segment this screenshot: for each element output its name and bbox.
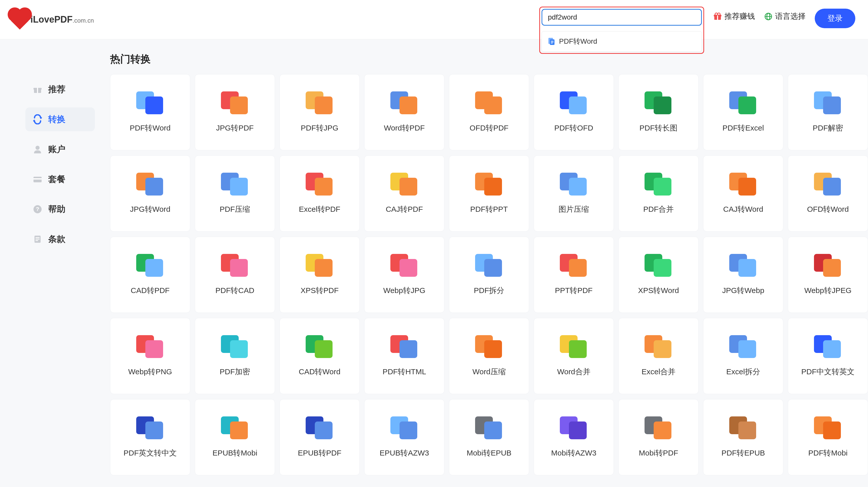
tool-card[interactable]: PDF拆分 (449, 237, 529, 313)
tool-card[interactable]: XPS转Word (618, 237, 699, 313)
tool-card[interactable]: Mobi转AZW3 (534, 399, 614, 475)
tool-card[interactable]: OFD转Word (788, 155, 868, 232)
tool-card[interactable]: PDF加密 (195, 318, 275, 394)
tool-card[interactable]: Mobi转PDF (618, 399, 699, 475)
tool-card[interactable]: Excel拆分 (703, 318, 783, 394)
tool-card[interactable]: Webp转JPEG (788, 237, 868, 313)
tool-card[interactable]: Excel合并 (618, 318, 699, 394)
tool-card[interactable]: Word合并 (534, 318, 614, 394)
tool-card[interactable]: CAD转Word (280, 318, 360, 394)
svg-text:?: ? (36, 206, 39, 212)
tool-label: PDF转EPUB (721, 448, 765, 458)
tool-card[interactable]: EPUB转AZW3 (364, 399, 444, 475)
tool-label: PDF转JPG (301, 123, 338, 133)
tool-icon (560, 173, 588, 195)
tool-card[interactable]: CAJ转Word (703, 155, 783, 232)
sidebar-item-convert[interactable]: 转换 (25, 107, 95, 131)
logo[interactable]: iLovePDF.com.cn (13, 12, 94, 27)
tool-card[interactable]: Word压缩 (449, 318, 529, 394)
svg-rect-15 (37, 88, 38, 93)
tool-card[interactable]: PPT转PDF (534, 237, 614, 313)
tool-card[interactable]: Webp转JPG (364, 237, 444, 313)
tool-card[interactable]: Word转PDF (364, 74, 444, 150)
tool-card[interactable]: CAJ转PDF (364, 155, 444, 232)
tool-card[interactable]: XPS转PDF (280, 237, 360, 313)
tool-card[interactable]: PDF合并 (618, 155, 699, 232)
tool-icon (729, 254, 757, 276)
tool-card[interactable]: PDF压缩 (195, 155, 275, 232)
tool-icon (391, 417, 418, 438)
person-icon (32, 144, 42, 154)
tool-label: JPG转Word (130, 204, 170, 214)
tool-card[interactable]: PDF转长图 (618, 74, 699, 150)
tool-icon (391, 173, 418, 195)
tool-label: Webp转JPEG (804, 285, 851, 296)
tool-card[interactable]: PDF转OFD (534, 74, 614, 150)
tool-icon (306, 91, 334, 113)
svg-marker-17 (33, 119, 34, 122)
section-title: 热门转换 (110, 52, 868, 66)
tool-card[interactable]: EPUB转PDF (280, 399, 360, 475)
logo-suffix: .com.cn (72, 17, 94, 24)
svg-rect-26 (35, 240, 38, 241)
tool-icon (475, 335, 503, 357)
svg-rect-24 (35, 237, 39, 238)
tool-card[interactable]: PDF英文转中文 (110, 399, 190, 475)
tool-label: CAD转Word (299, 367, 340, 377)
tool-card[interactable]: PDF转Excel (703, 74, 783, 150)
tool-card[interactable]: EPUB转Mobi (195, 399, 275, 475)
document-icon (547, 37, 556, 46)
tool-card[interactable]: JPG转Webp (703, 237, 783, 313)
search-suggestion-item[interactable]: PDF转Word (543, 32, 701, 50)
tool-card[interactable]: PDF转CAD (195, 237, 275, 313)
tool-card[interactable]: Webp转PNG (110, 318, 190, 394)
tool-card[interactable]: Excel转PDF (280, 155, 360, 232)
sidebar-item-label: 套餐 (48, 173, 65, 185)
tool-label: PDF转HTML (382, 367, 426, 377)
tool-card[interactable]: Mobi转EPUB (449, 399, 529, 475)
tool-label: PDF加密 (220, 367, 250, 377)
tool-icon (221, 335, 249, 357)
tool-card[interactable]: PDF转Word (110, 74, 190, 150)
tool-card[interactable]: PDF转EPUB (703, 399, 783, 475)
sidebar-item-recommend[interactable]: 推荐 (25, 78, 95, 101)
tool-label: Word合并 (557, 367, 590, 377)
globe-icon (764, 12, 773, 21)
tool-card[interactable]: JPG转PDF (195, 74, 275, 150)
tool-card[interactable]: PDF转JPG (280, 74, 360, 150)
sidebar-item-terms[interactable]: 条款 (25, 227, 95, 251)
logo-main: iLovePDF (30, 2, 72, 25)
sidebar-item-help[interactable]: ? 帮助 (25, 197, 95, 221)
tool-icon (475, 173, 503, 195)
tool-icon (729, 417, 757, 438)
tool-icon (729, 335, 757, 357)
main-content: 热门转换 PDF转WordJPG转PDFPDF转JPGWord转PDFOFD转P… (110, 39, 868, 475)
search-input[interactable] (541, 9, 702, 26)
sidebar-item-account[interactable]: 账户 (25, 137, 95, 161)
tool-label: Webp转PNG (128, 367, 172, 377)
convert-icon (32, 114, 42, 124)
tool-card[interactable]: PDF转PPT (449, 155, 529, 232)
language-link[interactable]: 语言选择 (764, 11, 806, 22)
tool-card[interactable]: 图片压缩 (534, 155, 614, 232)
tool-card[interactable]: PDF转HTML (364, 318, 444, 394)
tool-card[interactable]: JPG转Word (110, 155, 190, 232)
tool-label: Excel合并 (642, 367, 675, 377)
login-button[interactable]: 登录 (815, 9, 855, 28)
tool-label: PDF中文转英文 (801, 367, 855, 377)
svg-point-18 (35, 146, 39, 150)
search-dropdown: PDF转Word (541, 31, 702, 52)
tool-label: EPUB转PDF (298, 448, 341, 458)
tool-icon (306, 335, 334, 357)
tool-label: PDF合并 (643, 204, 674, 214)
tool-card[interactable]: PDF中文转英文 (788, 318, 868, 394)
recommend-link[interactable]: 推荐赚钱 (713, 11, 755, 22)
tool-card[interactable]: CAD转PDF (110, 237, 190, 313)
tool-card[interactable]: OFD转PDF (449, 74, 529, 150)
tool-card[interactable]: PDF转Mobi (788, 399, 868, 475)
tool-card[interactable]: PDF解密 (788, 74, 868, 150)
tool-icon (475, 91, 503, 113)
tool-label: PDF英文转中文 (124, 448, 177, 458)
tool-label: PDF压缩 (220, 204, 250, 214)
sidebar-item-plan[interactable]: 套餐 (25, 167, 95, 191)
